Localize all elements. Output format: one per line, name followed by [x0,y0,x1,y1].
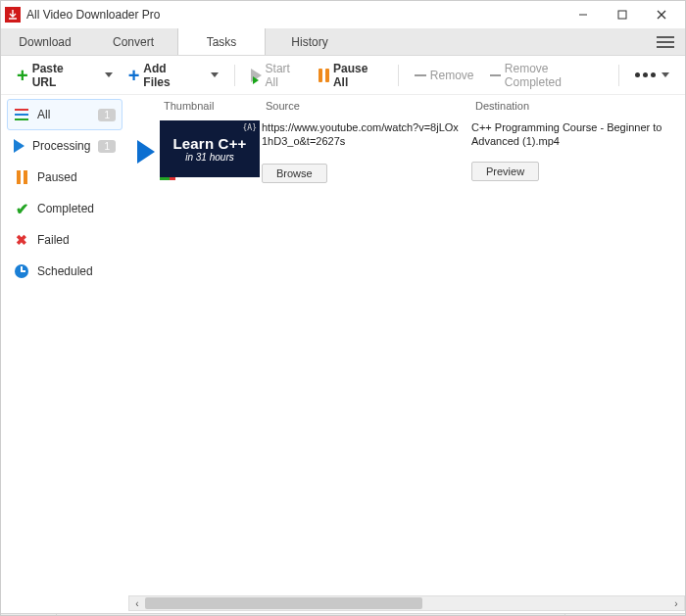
add-files-button[interactable]: + Add Files [122,58,199,93]
browse-button[interactable]: Browse [262,164,327,183]
pause-all-button[interactable]: Pause All [313,58,388,93]
sidebar: All 1 Processing 1 Paused ✔ Completed ✖ … [1,95,128,593]
paste-url-dropdown[interactable] [97,69,119,81]
hamburger-icon [657,41,674,43]
thumbnail-badge: {A} [243,123,257,132]
pause-icon [14,169,29,185]
horizontal-scrollbar[interactable]: ‹ › [128,595,685,611]
sidebar-item-label: Failed [37,233,116,247]
separator [234,65,235,86]
tab-history[interactable]: History [266,28,354,55]
scroll-right-icon[interactable]: › [668,598,684,609]
sidebar-item-completed[interactable]: ✔ Completed [7,193,122,224]
paste-url-button[interactable]: + Paste URL [11,58,93,93]
minus-icon [490,74,501,76]
sidebar-item-all[interactable]: All 1 [7,99,122,130]
col-thumbnail[interactable]: Thumbnail [164,100,266,112]
count-badge: 1 [98,140,116,153]
play-icon [14,138,24,154]
app-logo-icon [5,7,21,23]
start-all-label: Start All [266,62,303,89]
plus-icon: + [128,66,140,85]
chevron-down-icon [662,72,669,77]
remove-button[interactable]: Remove [409,65,480,86]
col-source[interactable]: Source [266,100,475,112]
x-icon: ✖ [14,232,29,248]
sidebar-item-failed[interactable]: ✖ Failed [7,224,122,256]
remove-completed-button[interactable]: Remove Completed [484,58,610,93]
scroll-left-icon[interactable]: ‹ [129,598,145,609]
close-button[interactable] [642,3,681,26]
plus-icon: + [17,66,28,85]
hscroll-region: ‹ › [1,593,685,613]
col-destination[interactable]: Destination [475,100,685,112]
window-title: All Video Downloader Pro [26,8,564,22]
task-source-url: https://www.youtube.com/watch?v=8jLOx1hD… [262,120,464,160]
play-icon [251,69,262,82]
add-files-label: Add Files [143,62,192,89]
svg-rect-1 [618,11,626,19]
column-headers: Thumbnail Source Destination [128,95,685,117]
progress-bar [160,177,260,180]
add-files-dropdown[interactable] [203,69,224,81]
menu-button[interactable] [646,28,685,55]
sidebar-item-scheduled[interactable]: Scheduled [7,256,122,287]
task-destination: C++ Programming Course - Beginner to Adv… [471,120,681,148]
minimize-button[interactable] [564,3,603,26]
main-tabs: Download Convert Tasks History [1,28,685,56]
play-icon [137,140,155,164]
scroll-thumb[interactable] [145,597,422,609]
task-status-icon [132,120,160,183]
task-row[interactable]: {A} Learn C++ in 31 hours https://www.yo… [128,117,685,183]
pause-all-label: Pause All [333,62,382,89]
remove-completed-label: Remove Completed [505,62,603,89]
sidebar-item-paused[interactable]: Paused [7,162,122,193]
check-icon: ✔ [14,201,29,216]
maximize-button[interactable] [603,3,642,26]
task-thumbnail: {A} Learn C++ in 31 hours [160,120,260,177]
start-all-button[interactable]: Start All [245,58,309,93]
separator [618,65,619,86]
thumbnail-line1: Learn C++ [172,135,246,152]
paste-url-label: Paste URL [32,62,87,89]
separator [398,65,399,86]
chevron-down-icon [105,72,113,77]
more-button[interactable] [629,69,675,81]
tab-download[interactable]: Download [1,28,89,55]
clock-icon [14,263,29,279]
toolbar: + Paste URL + Add Files Start All Pause … [1,56,685,95]
thumbnail-line2: in 31 hours [185,152,233,163]
remove-label: Remove [430,69,474,82]
sidebar-item-label: Scheduled [37,264,116,278]
minus-icon [415,74,426,76]
sidebar-item-label: Paused [37,170,116,184]
sidebar-item-label: Processing [32,139,90,153]
sidebar-item-label: Completed [37,202,116,215]
all-icon [14,107,29,122]
sidebar-item-processing[interactable]: Processing 1 [7,130,122,162]
tab-convert[interactable]: Convert [89,28,177,55]
pause-icon [318,69,329,82]
tab-tasks[interactable]: Tasks [177,28,266,55]
count-badge: 1 [98,109,116,121]
more-icon [635,72,656,77]
chevron-down-icon [211,72,219,77]
task-list: Thumbnail Source Destination {A} Learn C… [128,95,685,593]
sidebar-item-label: All [37,108,90,121]
preview-button[interactable]: Preview [471,162,539,181]
titlebar: All Video Downloader Pro [1,1,685,28]
